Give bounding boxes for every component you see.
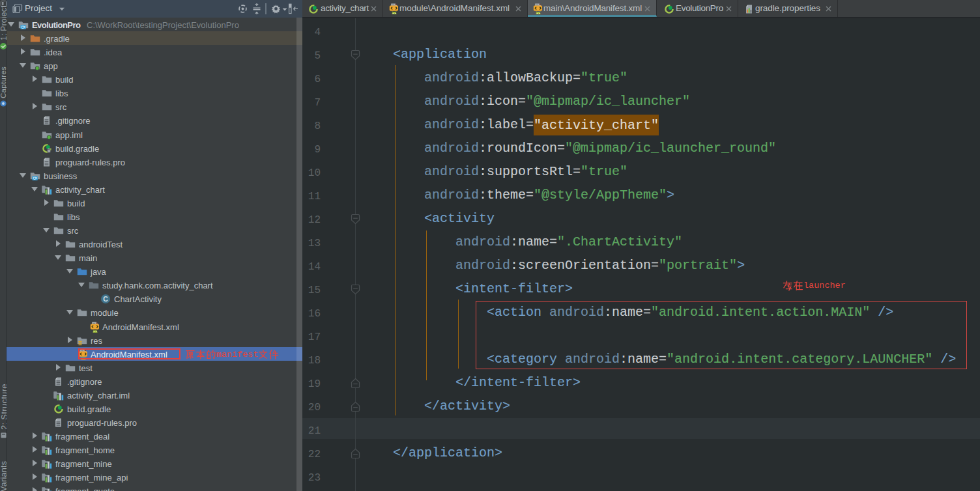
- svg-text:C: C: [103, 295, 108, 303]
